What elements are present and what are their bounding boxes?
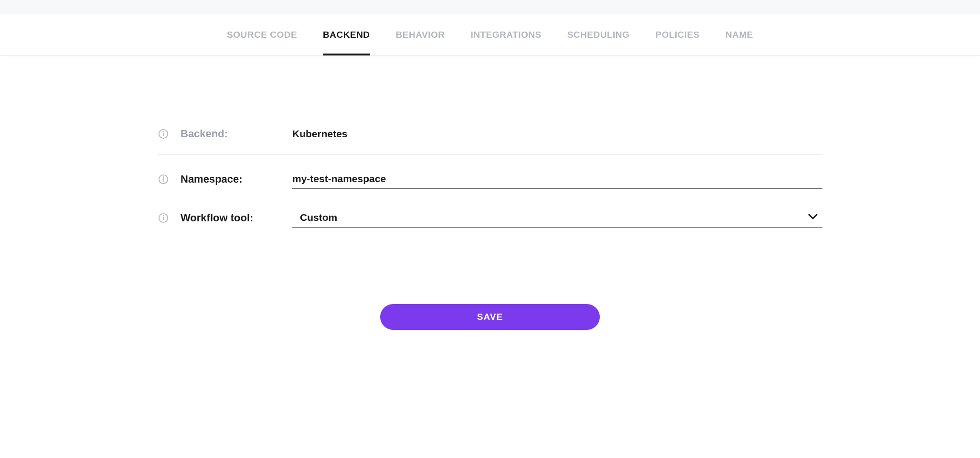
form-content: Backend: Kubernetes Namespace: Workflow …	[130, 56, 850, 349]
button-container: SAVE	[158, 304, 822, 330]
svg-point-8	[163, 215, 164, 216]
tab-backend[interactable]: BACKEND	[323, 14, 370, 55]
top-bar	[0, 0, 980, 14]
workflow-tool-label: Workflow tool:	[181, 212, 281, 224]
tab-policies[interactable]: POLICIES	[655, 14, 700, 55]
tab-behavior[interactable]: BEHAVIOR	[396, 14, 445, 55]
tabs: SOURCE CODE BACKEND BEHAVIOR INTEGRATION…	[217, 14, 763, 55]
tab-source-code[interactable]: SOURCE CODE	[227, 14, 297, 55]
info-icon[interactable]	[158, 128, 169, 140]
workflow-tool-row: Workflow tool: Custom	[158, 198, 822, 237]
svg-point-2	[163, 131, 164, 132]
svg-point-5	[163, 176, 164, 177]
backend-value: Kubernetes	[292, 128, 348, 140]
backend-label: Backend:	[181, 128, 281, 140]
tabs-container: SOURCE CODE BACKEND BEHAVIOR INTEGRATION…	[0, 14, 980, 56]
namespace-row: Namespace:	[158, 160, 822, 198]
save-button[interactable]: SAVE	[380, 304, 600, 330]
chevron-down-icon	[808, 213, 818, 222]
backend-row: Backend: Kubernetes	[158, 118, 822, 155]
namespace-input[interactable]	[292, 169, 822, 189]
info-icon[interactable]	[158, 212, 169, 224]
workflow-tool-select[interactable]: Custom	[292, 208, 822, 228]
tab-integrations[interactable]: INTEGRATIONS	[470, 14, 541, 55]
info-icon[interactable]	[158, 174, 169, 185]
workflow-tool-value: Custom	[300, 212, 337, 223]
tab-scheduling[interactable]: SCHEDULING	[567, 14, 630, 55]
namespace-input-wrapper	[292, 169, 822, 189]
namespace-label: Namespace:	[181, 173, 281, 185]
tab-name[interactable]: NAME	[725, 14, 753, 55]
